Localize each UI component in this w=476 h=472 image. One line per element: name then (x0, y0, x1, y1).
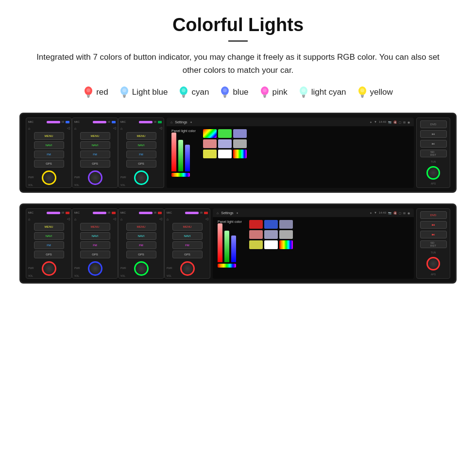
svg-rect-17 (263, 95, 266, 97)
bulb-icon-yellow (357, 85, 368, 99)
top-right-panel: DVD ⏮ ⏭ SDRST TUN APS (416, 118, 450, 188)
bottom-panel-4: MIC IR ⌂ ◁ MENU NAVI FM GPS PWR (164, 208, 210, 279)
color-label-cyan: cyan (191, 87, 209, 97)
color-item-lightcyan: light cyan (298, 85, 346, 99)
top-panel-3: MIC IR ⌂ ◁ MENU NAVI FM GPS PWR (118, 118, 164, 188)
bulb-icon-cyan (178, 85, 189, 99)
svg-point-7 (122, 88, 126, 92)
svg-point-19 (263, 88, 267, 92)
top-panel-2: MIC IR ⌂ ◁ MENU NAVI FM GPS PWR (72, 118, 118, 188)
bulb-icon-lightblue (119, 85, 130, 99)
svg-point-23 (302, 88, 306, 92)
bulb-icon-red (83, 85, 94, 99)
svg-rect-13 (223, 95, 226, 97)
top-panel-1: MIC IR ⌂ ◁ MENU NAVI FM GPS PWR (26, 118, 72, 188)
svg-rect-22 (303, 97, 305, 98)
top-main-screen: ⌂ Settings ✦ ✦▼14:40 📷🔇◻⊞◉ Panel light c… (167, 118, 414, 188)
bottom-unit-section: Seicane MIC IR ⌂ ◁ MENU NAVI FM (19, 203, 457, 284)
svg-rect-25 (361, 95, 364, 97)
color-label-lightcyan: light cyan (311, 87, 346, 97)
bottom-panel-3: MIC IR ⌂ ◁ MENU NAVI FM GPS PWR (118, 208, 164, 279)
bottom-right-panel: DVD ⏮ ⏭ SDRST TUN APS (416, 208, 450, 279)
bottom-panel-2: MIC IR ⌂ ◁ MENU NAVI FM GPS PWR (72, 208, 118, 279)
bulb-icon-lightcyan (298, 85, 309, 99)
color-item-blue: blue (220, 85, 248, 99)
svg-rect-14 (224, 97, 226, 98)
title-section: Colorful Lights (19, 15, 457, 42)
svg-rect-21 (302, 95, 305, 97)
title-divider (228, 40, 248, 42)
color-label-lightblue: Light blue (132, 87, 168, 97)
top-car-unit: Seicane MIC IR ⌂ ◁ MENU NAVI FM (19, 113, 457, 193)
color-item-yellow: yellow (357, 85, 393, 99)
bulb-icon-blue (220, 85, 230, 99)
svg-rect-5 (123, 95, 126, 97)
color-label-red: red (96, 87, 108, 97)
svg-rect-18 (264, 97, 266, 98)
color-label-blue: blue (233, 87, 248, 97)
svg-point-15 (223, 88, 227, 92)
color-item-pink: pink (259, 85, 288, 99)
page-container: Colorful Lights Integrated with 7 colors… (0, 0, 476, 309)
color-label-pink: pink (272, 87, 288, 97)
svg-rect-2 (87, 97, 89, 98)
page-title: Colorful Lights (19, 15, 457, 35)
svg-point-11 (182, 88, 186, 92)
color-item-red: red (83, 85, 108, 99)
color-item-lightblue: Light blue (119, 85, 168, 99)
svg-point-3 (86, 88, 90, 92)
svg-rect-6 (123, 97, 125, 98)
bulb-icon-pink (259, 85, 270, 99)
colors-row: red Light blue cyan (19, 85, 457, 99)
bottom-main-screen: ⌂ Settings ✦ ✦▼14:40 📷🔇◻⊞◉ Panel light c… (213, 208, 414, 279)
svg-rect-10 (183, 97, 185, 98)
bottom-car-unit: Seicane MIC IR ⌂ ◁ MENU NAVI FM (19, 203, 457, 284)
svg-rect-9 (182, 95, 185, 97)
svg-rect-1 (87, 95, 90, 97)
description-text: Integrated with 7 colors of button indic… (19, 51, 457, 77)
bottom-panel-1: MIC IR ⌂ ◁ MENU NAVI FM GPS PWR (26, 208, 72, 279)
color-item-cyan: cyan (178, 85, 209, 99)
svg-rect-26 (361, 97, 363, 98)
color-label-yellow: yellow (370, 87, 393, 97)
svg-point-27 (360, 88, 364, 92)
top-unit-section: Seicane MIC IR ⌂ ◁ MENU NAVI FM (19, 113, 457, 193)
